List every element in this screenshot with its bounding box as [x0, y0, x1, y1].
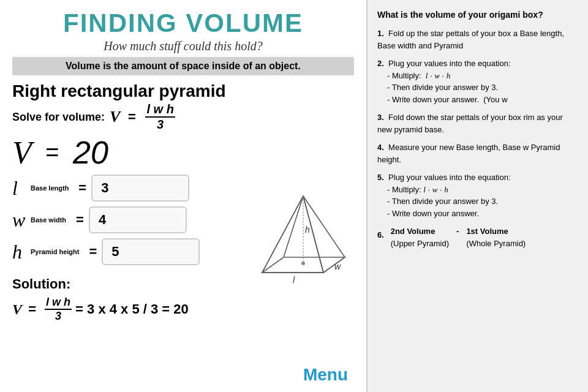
step-6-content: 2nd Volume - 1st Volume (Upper Pyramid) …: [391, 230, 526, 239]
menu-button[interactable]: Menu: [303, 365, 348, 385]
var-w-box[interactable]: 4: [89, 206, 187, 233]
formula: V = l w h 3: [110, 102, 175, 132]
section-title: Right rectangular pyramid: [12, 81, 354, 101]
step-5-bullet-1: - Multiply: l · w · h: [377, 184, 578, 196]
step-4-num: 4.: [377, 143, 384, 152]
var-l-symbol: l: [12, 177, 31, 200]
step-6-num: 6.: [377, 230, 384, 239]
step-2: 2. Plug your values into the equation: -…: [377, 58, 578, 105]
subtitle: How much stuff could this hold?: [12, 39, 354, 53]
formula-equals: =: [124, 109, 139, 125]
solve-label: Solve for volume:: [12, 111, 105, 124]
step-3-num: 3.: [377, 113, 384, 122]
var-h-box[interactable]: 5: [102, 238, 200, 265]
step-5-bullet-2: - Then divide your answer by 3.: [377, 195, 578, 208]
solution-formula-row: V = l w h 3 = 3 x 4 x 5 / 3 = 20: [12, 296, 354, 323]
step-3: 3. Fold down the star pettals of your bo…: [377, 111, 578, 135]
result-value: 20: [73, 134, 108, 171]
step-2-bullet-1: - Multiply: l · w · h: [377, 70, 578, 82]
sol-v: V: [12, 301, 22, 318]
step-4: 4. Measure your new Base length, Base w …: [377, 141, 578, 165]
steps-list: 1. Fold up the star pettals of your box …: [377, 28, 578, 249]
var-row-h: h Pyramid height = 5: [12, 238, 200, 265]
step-3-text: Fold down the star pettals of your box r…: [377, 113, 563, 134]
result-row: V = 20: [12, 134, 354, 171]
var-row-w: w Base width = 4: [12, 206, 200, 233]
var-row-l: l Base length = 3: [12, 175, 200, 202]
step-6-col2-sub: (Whole Pyramid): [466, 238, 526, 250]
var-l-value: 3: [101, 180, 108, 196]
sol-eq1: =: [24, 301, 40, 317]
step-5-intro: Plug your values into the equation:: [388, 173, 510, 182]
page-title: FINDING VOLUME: [12, 9, 354, 38]
svg-text:w: w: [334, 262, 341, 271]
var-w-symbol: w: [12, 209, 31, 232]
var-w-value: 4: [99, 212, 106, 228]
var-l-box[interactable]: 3: [91, 175, 189, 202]
step-1-text: Fold up the star pettals of your box a B…: [377, 29, 564, 50]
right-panel-title: What is the volume of your origami box?: [377, 9, 578, 21]
step-2-bullet-3: - Write down your answer. (You w: [377, 94, 578, 106]
step-2-bullet-2: - Then divide your answer by 3.: [377, 81, 578, 94]
step-1-num: 1.: [377, 29, 384, 38]
step-6-col1-sub: (Upper Pyramid): [391, 238, 456, 250]
formula-fraction: l w h 3: [145, 102, 175, 132]
step-5-bullet-3: - Write down your answer.: [377, 208, 578, 220]
pyramid-diagram: h l w: [244, 178, 354, 288]
var-l-sub: Base length: [31, 184, 69, 192]
step-4-text: Measure your new Base length, Base w Pyr…: [377, 143, 560, 164]
svg-point-7: [301, 262, 305, 265]
variables-section: l Base length = 3 w Base width = 4 h Pyr…: [12, 175, 354, 270]
step-5: 5. Plug your values into the equation: -…: [377, 172, 578, 219]
volume-statement: Volume is the amount of space inside of …: [12, 57, 354, 75]
step-6-dash: -: [456, 225, 466, 238]
sol-frac: l w h 3: [45, 296, 72, 323]
formula-denominator: 3: [156, 118, 165, 132]
svg-text:h: h: [305, 225, 310, 235]
left-panel: FINDING VOLUME How much stuff could this…: [0, 0, 368, 392]
svg-marker-1: [262, 196, 323, 273]
var-l-eq: =: [78, 180, 86, 196]
step-2-intro: Plug your values into the equation:: [388, 59, 510, 68]
vars-list: l Base length = 3 w Base width = 4 h Pyr…: [12, 175, 200, 270]
step-2-num: 2.: [377, 59, 384, 68]
step-6-col1: 2nd Volume: [391, 225, 456, 238]
step-6: 6. 2nd Volume - 1st Volume (Upper Pyrami…: [377, 225, 578, 249]
var-h-value: 5: [111, 244, 119, 260]
svg-text:l: l: [293, 275, 295, 285]
sol-frac-den: 3: [54, 310, 62, 323]
right-panel: What is the volume of your origami box? …: [368, 0, 588, 392]
sol-expanded: = 3 x 4 x 5 / 3 = 20: [75, 301, 189, 317]
svg-marker-2: [262, 196, 303, 273]
result-v-symbol: V: [12, 135, 32, 171]
var-h-eq: =: [89, 244, 97, 260]
step-6-dash-sub: [456, 238, 466, 250]
step-5-num: 5.: [377, 173, 384, 182]
var-w-sub: Base width: [31, 216, 66, 224]
step-6-col2: 1st Volume: [466, 225, 526, 238]
formula-numerator: l w h: [145, 102, 175, 118]
var-w-eq: =: [76, 212, 84, 228]
sol-frac-num: l w h: [45, 296, 72, 310]
var-h-symbol: h: [12, 241, 31, 263]
var-h-sub: Pyramid height: [31, 248, 79, 255]
step-1: 1. Fold up the star pettals of your box …: [377, 28, 578, 51]
formula-v: V: [110, 108, 120, 126]
solve-row: Solve for volume: V = l w h 3: [12, 102, 354, 132]
result-equals: =: [39, 140, 66, 166]
